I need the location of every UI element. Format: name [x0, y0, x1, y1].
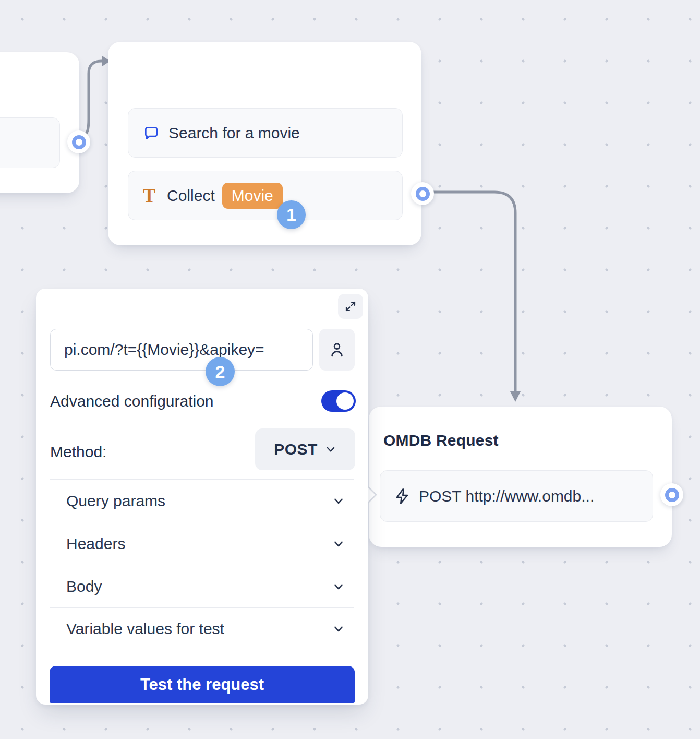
section-label: Body — [66, 578, 102, 595]
section-headers[interactable]: Headers — [50, 522, 354, 565]
url-input[interactable]: pi.com/?t={{Movie}}&apikey= — [50, 329, 313, 371]
variable-badge[interactable]: Movie — [222, 183, 283, 209]
section-body[interactable]: Body — [50, 565, 354, 607]
advanced-configuration-label: Advanced configuration — [50, 392, 214, 410]
url-input-value: pi.com/?t={{Movie}}&apikey= — [64, 341, 264, 359]
partial-node-item[interactable] — [0, 117, 60, 168]
collect-block-item[interactable]: T Collect Movie — [128, 171, 403, 220]
chevron-down-icon — [332, 538, 345, 550]
chevron-down-icon — [332, 495, 345, 507]
section-query-params[interactable]: Query params — [50, 479, 354, 522]
port-ring-icon — [665, 488, 679, 502]
chat-bubble-icon — [143, 125, 160, 141]
method-label: Method: — [50, 443, 106, 461]
movie-search-node[interactable]: Movie search Search for a movie T Collec… — [108, 42, 421, 245]
config-sections: Query params Headers Body Variable value… — [50, 479, 354, 650]
omdb-request-node[interactable]: OMDB Request POST http://www.omdb... — [369, 407, 672, 547]
collect-block-label: Collect — [167, 187, 215, 205]
lightning-bolt-icon — [394, 488, 411, 505]
variable-insert-button[interactable] — [319, 329, 355, 371]
question-block-label: Search for a movie — [168, 124, 300, 142]
expand-button[interactable] — [338, 294, 363, 319]
section-label: Variable values for test — [66, 620, 224, 638]
expand-icon — [344, 300, 357, 313]
person-icon — [328, 341, 346, 359]
chevron-down-icon — [332, 580, 345, 593]
advanced-configuration-toggle[interactable] — [321, 390, 356, 412]
test-request-button[interactable]: Test the request — [50, 666, 355, 703]
chevron-down-icon — [325, 444, 336, 455]
movie-search-output-port[interactable] — [411, 182, 434, 205]
method-value: POST — [274, 440, 318, 458]
section-label: Query params — [66, 492, 165, 510]
step-badge-1: 1 — [277, 200, 306, 229]
partial-node-card[interactable] — [0, 52, 79, 193]
question-block-item[interactable]: Search for a movie — [128, 108, 403, 158]
text-input-icon: T — [143, 186, 155, 205]
connector-into-movie-search — [79, 61, 103, 140]
port-ring-icon — [72, 135, 86, 149]
node-title: OMDB Request — [383, 432, 499, 449]
webhook-config-panel[interactable]: pi.com/?t={{Movie}}&apikey= 2 Advanced c… — [36, 289, 368, 705]
chevron-down-icon — [332, 623, 345, 635]
toggle-knob — [336, 392, 354, 410]
port-ring-icon — [416, 187, 430, 201]
webhook-block-item[interactable]: POST http://www.omdb... — [380, 470, 653, 522]
arrowhead-down-icon — [510, 391, 521, 402]
flow-canvas[interactable]: { "colors": { "canvas_bg": "#edeef3", "a… — [0, 0, 700, 739]
webhook-block-label: POST http://www.omdb... — [419, 487, 594, 505]
partial-node-output-port[interactable] — [67, 130, 90, 153]
connector-into-omdb — [430, 192, 515, 392]
section-variable-values[interactable]: Variable values for test — [50, 607, 354, 650]
step-badge-2: 2 — [206, 357, 235, 386]
section-label: Headers — [66, 535, 125, 553]
method-select[interactable]: POST — [255, 428, 355, 470]
test-request-button-label: Test the request — [140, 675, 264, 694]
omdb-output-port[interactable] — [660, 483, 683, 506]
